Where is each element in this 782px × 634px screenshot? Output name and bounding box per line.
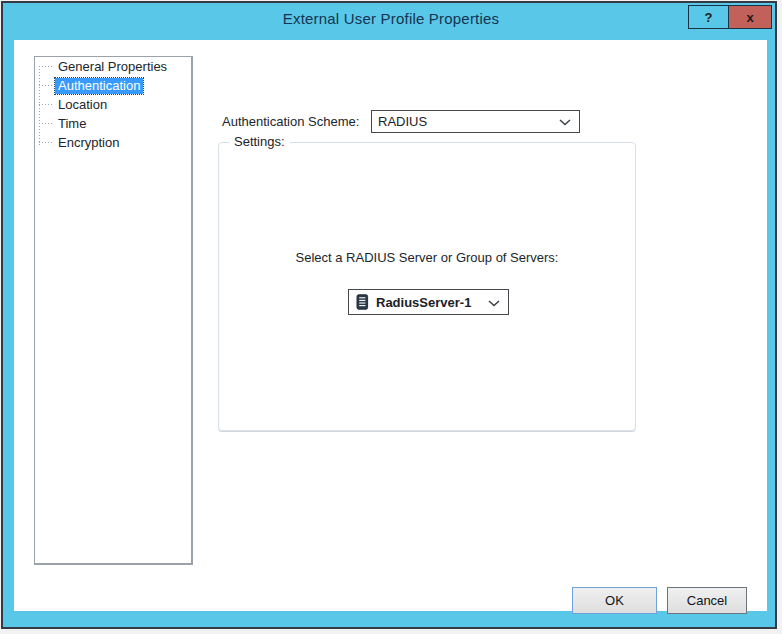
chevron-down-icon	[488, 295, 500, 310]
server-list-icon	[356, 294, 369, 310]
help-button[interactable]: ?	[688, 5, 729, 29]
auth-scheme-select[interactable]: RADIUS	[371, 110, 580, 133]
tree-item-location[interactable]: Location	[35, 95, 191, 114]
close-icon: x	[746, 10, 753, 25]
settings-groupbox: Settings: Select a RADIUS Server or Grou…	[218, 142, 636, 431]
auth-scheme-value: RADIUS	[378, 114, 427, 129]
auth-scheme-label: Authentication Scheme:	[222, 114, 359, 129]
question-mark-icon: ?	[705, 10, 713, 25]
tree-item-authentication[interactable]: Authentication	[35, 76, 191, 95]
tree-item-label: Authentication	[55, 78, 143, 94]
tree-item-label: General Properties	[55, 59, 170, 75]
external-user-profile-dialog: External User Profile Properties ? x Gen…	[0, 0, 782, 634]
tree-item-encryption[interactable]: Encryption	[35, 133, 191, 152]
dialog-body: General Properties Authentication Locati…	[14, 40, 767, 611]
radius-server-prompt: Select a RADIUS Server or Group of Serve…	[219, 250, 635, 265]
tree-item-label: Location	[55, 97, 110, 113]
profile-sections-tree: General Properties Authentication Locati…	[34, 56, 193, 565]
tree-item-label: Encryption	[55, 135, 122, 151]
chevron-down-icon	[559, 114, 571, 129]
tree-item-time[interactable]: Time	[35, 114, 191, 133]
close-button[interactable]: x	[728, 5, 772, 29]
settings-group-label: Settings:	[229, 134, 290, 149]
ok-button[interactable]: OK	[572, 587, 657, 614]
tree-item-general-properties[interactable]: General Properties	[35, 57, 191, 76]
cancel-button[interactable]: Cancel	[667, 587, 747, 614]
radius-server-select[interactable]: RadiusServer-1	[348, 289, 509, 315]
radius-server-value: RadiusServer-1	[376, 295, 471, 310]
window-title: External User Profile Properties	[0, 10, 782, 27]
tree-item-label: Time	[55, 116, 89, 132]
